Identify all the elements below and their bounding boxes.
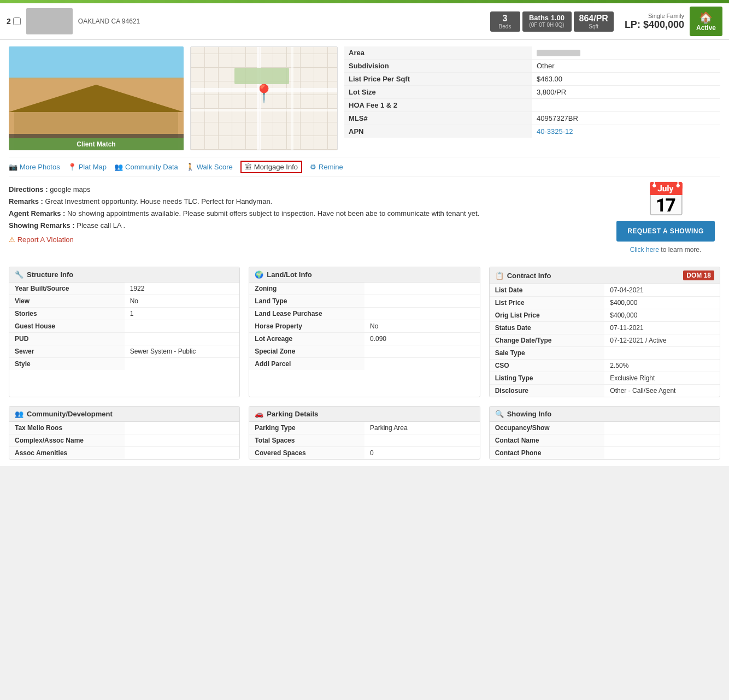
report-violation-link[interactable]: Report A Violation (17, 236, 74, 244)
structure-info-header: 🔧 Structure Info (9, 267, 239, 283)
table-row: Year Built/Source1922 (9, 283, 239, 295)
table-row: Parking TypeParking Area (249, 422, 479, 434)
details-table: Area Subdivision Other List Price Per Sq… (344, 46, 720, 138)
contract-info-header: 📋 Contract Info DOM 18 (490, 267, 720, 284)
table-row: List Price$400,000 (490, 297, 720, 309)
dom-badge: DOM 18 (683, 270, 714, 280)
walk-icon: 🚶 (186, 163, 195, 171)
client-match-label: Client Match (9, 138, 184, 150)
land-lot-info-section: 🌍 Land/Lot Info Zoning Land Type Land Le… (249, 267, 480, 397)
land-icon: 🌍 (255, 270, 263, 279)
parking-table: Parking TypeParking Area Total Spaces Co… (249, 422, 479, 459)
detail-row-apn: APN 40-3325-12 (344, 125, 720, 138)
detail-row-hoa: HOA Fee 1 & 2 (344, 99, 720, 112)
map-icon: 📍 (68, 163, 77, 171)
detail-row-lot-size: Lot Size 3,800/PR (344, 86, 720, 99)
table-row: Complex/Assoc Name (9, 434, 239, 447)
table-row: Contact Name (490, 434, 720, 447)
table-row: Contact Phone (490, 447, 720, 460)
area-value-blur (537, 50, 580, 56)
plat-map-link[interactable]: 📍 Plat Map (68, 163, 107, 171)
community-section: 👥 Community/Development Tax Mello Roos C… (9, 406, 240, 460)
remarks-row: Remarks : Great Investment opportunity. … (9, 196, 604, 208)
property-details-table: Area Subdivision Other List Price Per Sq… (344, 46, 720, 150)
table-row: Occupancy/Show (490, 422, 720, 434)
remarks-area: Directions : google maps Remarks : Great… (9, 184, 720, 254)
header-stats: 3 Beds Baths 1.00 (0F 0T 0H 0Q) 864/PR S… (490, 11, 614, 32)
detail-row-subdivision: Subdivision Other (344, 60, 720, 73)
remine-icon: ⚙ (310, 163, 316, 171)
table-row: Horse PropertyNo (249, 320, 479, 333)
listing-number: 2 (7, 17, 21, 26)
showing-info-section: 🔍 Showing Info Occupancy/Show Contact Na… (489, 406, 720, 460)
mortgage-info-link[interactable]: 🏛 Mortgage Info (240, 161, 302, 173)
mortgage-icon: 🏛 (245, 163, 252, 171)
table-row: Status Date07-11-2021 (490, 322, 720, 334)
detail-row-area: Area (344, 46, 720, 60)
detail-row-mls: MLS# 40957327BR (344, 112, 720, 125)
structure-info-section: 🔧 Structure Info Year Built/Source1922 V… (9, 267, 240, 397)
table-row: Total Spaces (249, 434, 479, 447)
detail-row-list-price-sqft: List Price Per Sqft $463.00 (344, 73, 720, 86)
learn-more-text: Click here to learn more. (611, 246, 720, 254)
table-row: Lot Acreage0.090 (249, 333, 479, 345)
table-row: Land Type (249, 295, 479, 308)
table-row: Guest House (9, 320, 239, 333)
showing-table: Occupancy/Show Contact Name Contact Phon… (490, 422, 720, 459)
map-pin-icon: 📍 (253, 83, 275, 104)
walk-score-link[interactable]: 🚶 Walk Score (186, 163, 233, 171)
camera-icon: 📷 (9, 163, 17, 171)
structure-table: Year Built/Source1922 ViewNo Stories1 Gu… (9, 283, 239, 370)
directions-row: Directions : google maps (9, 184, 604, 196)
table-row: Change Date/Type07-12-2021 / Active (490, 334, 720, 347)
table-row: List Date07-04-2021 (490, 284, 720, 297)
table-row: SewerSewer System - Public (9, 345, 239, 358)
more-photos-link[interactable]: 📷 More Photos (9, 163, 60, 171)
showing-info-header: 🔍 Showing Info (490, 407, 720, 422)
header: 2 OAKLAND CA 94621 3 Beds Baths 1.00 (0F… (0, 3, 729, 40)
listing-checkbox[interactable] (13, 17, 21, 25)
table-row: Zoning (249, 283, 479, 295)
property-top: Client Match 📍 Area (9, 46, 720, 150)
request-showing-button[interactable]: REQUEST A SHOWING (616, 221, 715, 242)
table-row: Assoc Amenities (9, 447, 239, 460)
property-image-container: Client Match (9, 46, 184, 150)
table-row: Listing TypeExclusive Right (490, 372, 720, 385)
community-data-link[interactable]: 👥 Community Data (114, 163, 178, 171)
community-table: Tax Mello Roos Complex/Assoc Name Assoc … (9, 422, 239, 459)
contract-info-section: 📋 Contract Info DOM 18 List Date07-04-20… (489, 267, 720, 397)
showing-remarks-row: Showing Remarks : Please call LA . (9, 220, 604, 232)
table-row: PUD (9, 333, 239, 345)
table-row: Land Lease Purchase (249, 308, 479, 320)
map-container: 📍 (190, 46, 338, 150)
sqft-stat: 864/PR Sqft (574, 11, 614, 32)
table-row: ViewNo (9, 295, 239, 308)
info-sections-grid: 🔧 Structure Info Year Built/Source1922 V… (9, 267, 720, 397)
warning-icon: ⚠ (9, 236, 15, 244)
nav-links: 📷 More Photos 📍 Plat Map 👥 Community Dat… (9, 157, 720, 177)
table-row: Special Zone (249, 345, 479, 358)
main-content: Client Match 📍 Area (0, 40, 729, 466)
property-image (9, 46, 184, 150)
contract-icon: 📋 (495, 272, 504, 280)
header-photo-placeholder (26, 8, 73, 34)
table-row: Tax Mello Roos (9, 422, 239, 434)
people-icon: 👥 (15, 410, 23, 418)
structure-icon: 🔧 (15, 270, 23, 279)
parking-header: 🚗 Parking Details (249, 407, 479, 422)
request-showing-panel: 📅 REQUEST A SHOWING Click here to learn … (611, 184, 720, 254)
table-row: Covered Spaces0 (249, 447, 479, 460)
remine-link[interactable]: ⚙ Remine (310, 163, 343, 171)
beds-stat: 3 Beds (490, 11, 520, 32)
community-icon: 👥 (114, 163, 123, 171)
header-price-block: Single Family LP: $400,000 (625, 13, 684, 31)
table-row: DisclosureOther - Call/See Agent (490, 385, 720, 397)
car-icon: 🚗 (255, 410, 263, 418)
learn-more-link[interactable]: Click here (630, 246, 659, 254)
calendar-clock-icon: 📅 (611, 184, 720, 216)
header-address: OAKLAND CA 94621 (78, 17, 140, 25)
search-icon: 🔍 (495, 410, 504, 418)
apn-link[interactable]: 40-3325-12 (537, 127, 573, 136)
bottom-sections-grid: 👥 Community/Development Tax Mello Roos C… (9, 406, 720, 460)
parking-section: 🚗 Parking Details Parking TypeParking Ar… (249, 406, 480, 460)
